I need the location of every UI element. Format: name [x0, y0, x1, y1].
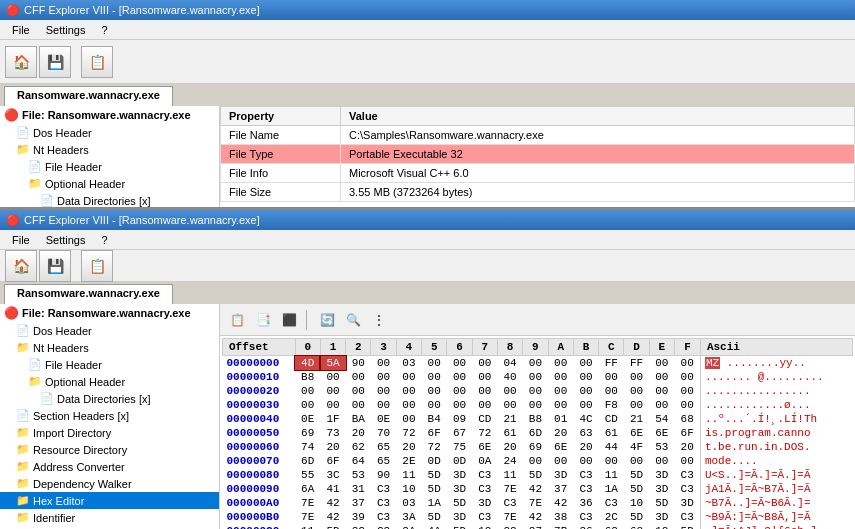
hex-byte[interactable]: 21: [497, 412, 522, 426]
hex-byte[interactable]: 32: [497, 524, 522, 529]
hex-byte[interactable]: 31: [346, 482, 371, 496]
bottom-menu-help[interactable]: ?: [93, 232, 115, 248]
hex-byte[interactable]: 5D: [422, 482, 447, 496]
hex-byte[interactable]: 6D: [295, 454, 320, 468]
hex-byte[interactable]: 00: [346, 384, 371, 398]
btree-addrconv[interactable]: 📁 Address Converter: [0, 458, 219, 475]
hex-byte[interactable]: 5D: [422, 468, 447, 482]
hex-byte[interactable]: 00: [422, 384, 447, 398]
hex-byte[interactable]: 00: [649, 370, 674, 384]
hex-byte[interactable]: 00: [548, 384, 573, 398]
hex-byte[interactable]: 3D: [649, 510, 674, 524]
hex-row[interactable]: 000000B07E4239C33A5D3DC37E4238C32C5D3DC3…: [223, 510, 853, 524]
hex-byte[interactable]: 44: [599, 440, 624, 454]
hex-byte[interactable]: FF: [599, 356, 624, 371]
bottom-copy-button[interactable]: 📋: [81, 250, 113, 282]
hex-byte[interactable]: 00: [599, 384, 624, 398]
hex-byte[interactable]: 00: [523, 356, 548, 371]
hex-byte[interactable]: 00: [320, 384, 345, 398]
hex-byte[interactable]: 5D: [523, 468, 548, 482]
hex-byte[interactable]: 00: [548, 356, 573, 371]
hex-byte[interactable]: C3: [371, 524, 396, 529]
bottom-tab[interactable]: Ransomware.wannacry.exe: [4, 284, 173, 304]
hex-byte[interactable]: 00: [649, 454, 674, 468]
hex-byte[interactable]: 0A: [472, 454, 497, 468]
hex-byte[interactable]: 7E: [523, 496, 548, 510]
hex-byte[interactable]: 5D: [675, 524, 701, 529]
hex-byte[interactable]: 00: [573, 370, 598, 384]
hex-byte[interactable]: F8: [599, 398, 624, 412]
hex-row[interactable]: 00000080553C5390115D3DC3115D3DC3115D3DC3…: [223, 468, 853, 482]
btree-node-file[interactable]: 🔴 File: Ransomware.wannacry.exe: [0, 304, 219, 322]
hex-byte[interactable]: 4F: [624, 440, 649, 454]
hex-byte[interactable]: 3A: [396, 524, 421, 529]
hex-byte[interactable]: 00: [346, 370, 371, 384]
hex-byte[interactable]: 6F: [675, 426, 701, 440]
top-tab[interactable]: Ransomware.wannacry.exe: [4, 86, 173, 106]
hex-byte[interactable]: 20: [675, 440, 701, 454]
hex-byte[interactable]: 00: [548, 370, 573, 384]
hex-byte[interactable]: 00: [649, 398, 674, 412]
hex-byte[interactable]: 20: [320, 440, 345, 454]
hex-byte[interactable]: 90: [346, 356, 371, 371]
hex-area[interactable]: Offset 0 1 2 3 4 5 6 7 8 9: [220, 336, 855, 529]
hex-byte[interactable]: 5D: [624, 510, 649, 524]
hex-byte[interactable]: FF: [624, 356, 649, 371]
hex-byte[interactable]: 00: [649, 384, 674, 398]
hex-search-btn[interactable]: 🔍: [341, 308, 365, 332]
hex-byte[interactable]: 00: [573, 398, 598, 412]
prop-row-filesize[interactable]: File Size 3.55 MB (3723264 bytes): [221, 183, 855, 202]
tree-node-opt[interactable]: 📁 Optional Header: [0, 175, 219, 192]
hex-byte[interactable]: 1F: [320, 412, 345, 426]
hex-byte[interactable]: 11: [396, 468, 421, 482]
hex-byte[interactable]: 6E: [548, 440, 573, 454]
hex-byte[interactable]: 09: [447, 412, 472, 426]
hex-byte[interactable]: 00: [371, 384, 396, 398]
hex-byte[interactable]: 3C: [320, 468, 345, 482]
hex-byte[interactable]: 1A: [422, 496, 447, 510]
tree-node-dos[interactable]: 📄 Dos Header: [0, 124, 219, 141]
hex-byte[interactable]: 42: [523, 482, 548, 496]
hex-byte[interactable]: 03: [396, 496, 421, 510]
hex-byte[interactable]: 6E: [649, 426, 674, 440]
hex-byte[interactable]: 69: [295, 426, 320, 440]
hex-byte[interactable]: 00: [371, 398, 396, 412]
hex-byte[interactable]: C3: [573, 468, 598, 482]
prop-row-filetype[interactable]: File Type Portable Executable 32: [221, 145, 855, 164]
hex-byte[interactable]: 6D: [523, 426, 548, 440]
hex-byte[interactable]: 0D: [422, 454, 447, 468]
hex-row[interactable]: 0000002000000000000000000000000000000000…: [223, 384, 853, 398]
hex-byte[interactable]: 38: [548, 510, 573, 524]
hex-byte[interactable]: 20: [548, 426, 573, 440]
hex-byte[interactable]: 61: [599, 426, 624, 440]
hex-row[interactable]: 000000004D5A90000300000004000000FFFF0000…: [223, 356, 853, 371]
hex-byte[interactable]: 00: [649, 356, 674, 371]
hex-byte[interactable]: 00: [447, 384, 472, 398]
hex-byte[interactable]: 37: [346, 496, 371, 510]
btree-fh[interactable]: 📄 File Header: [0, 356, 219, 373]
hex-byte[interactable]: 04: [497, 356, 522, 371]
hex-byte[interactable]: 37: [548, 482, 573, 496]
bottom-home-button[interactable]: 🏠: [5, 250, 37, 282]
hex-byte[interactable]: 20: [396, 440, 421, 454]
hex-byte[interactable]: 0E: [371, 412, 396, 426]
top-copy-button[interactable]: 📋: [81, 46, 113, 78]
hex-byte[interactable]: 00: [624, 370, 649, 384]
hex-byte[interactable]: 3D: [548, 468, 573, 482]
hex-byte[interactable]: 64: [346, 454, 371, 468]
hex-byte[interactable]: 2E: [396, 454, 421, 468]
hex-byte[interactable]: 00: [523, 370, 548, 384]
hex-byte[interactable]: 20: [346, 426, 371, 440]
hex-byte[interactable]: 3D: [675, 496, 701, 510]
hex-byte[interactable]: 7E: [295, 510, 320, 524]
hex-byte[interactable]: 4A: [422, 524, 447, 529]
hex-byte[interactable]: C3: [675, 510, 701, 524]
hex-byte[interactable]: 3D: [649, 482, 674, 496]
hex-byte[interactable]: 4C: [573, 412, 598, 426]
hex-byte[interactable]: 90: [371, 468, 396, 482]
hex-byte[interactable]: 36: [573, 524, 598, 529]
hex-byte[interactable]: 00: [624, 384, 649, 398]
hex-byte[interactable]: 03: [396, 356, 421, 371]
hex-byte[interactable]: B8: [295, 370, 320, 384]
hex-byte[interactable]: 00: [447, 356, 472, 371]
